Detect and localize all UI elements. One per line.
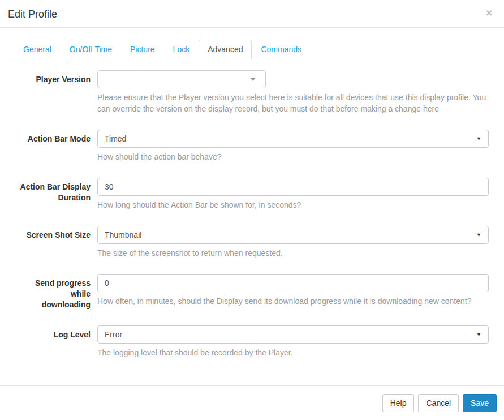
action-bar-duration-help: How long should the Action Bar be shown … xyxy=(97,199,489,211)
close-icon[interactable]: × xyxy=(486,9,492,17)
help-button[interactable]: Help xyxy=(382,394,415,412)
screen-shot-size-value: Thumbnail xyxy=(105,230,141,239)
action-bar-mode-select[interactable]: Timed ▼ xyxy=(97,130,489,148)
log-level-value: Error xyxy=(105,330,122,339)
log-level-row: Log Level Error ▼ The logging level that… xyxy=(14,325,489,358)
send-progress-label: Send progress while downloading xyxy=(32,278,91,310)
player-version-label: Player Version xyxy=(14,70,91,114)
tab-bar: General On/Off Time Picture Lock Advance… xyxy=(8,40,496,59)
screen-shot-size-help: The size of the screenshot to return whe… xyxy=(97,247,489,259)
tab-onoff-time[interactable]: On/Off Time xyxy=(61,40,121,59)
screen-shot-size-row: Screen Shot Size Thumbnail ▼ The size of… xyxy=(14,226,489,259)
tab-general[interactable]: General xyxy=(14,40,61,59)
modal-title: Edit Profile xyxy=(8,8,57,20)
advanced-tab-form: Player Version Please ensure that the Pl… xyxy=(8,70,496,358)
log-level-select[interactable]: Error ▼ xyxy=(97,325,489,344)
action-bar-mode-value: Timed xyxy=(105,134,126,143)
cancel-button[interactable]: Cancel xyxy=(418,394,459,412)
player-version-row: Player Version Please ensure that the Pl… xyxy=(14,70,489,114)
send-progress-input[interactable] xyxy=(97,274,489,292)
chevron-down-icon: ▼ xyxy=(476,232,481,238)
tab-commands[interactable]: Commands xyxy=(252,40,311,59)
action-bar-duration-input[interactable] xyxy=(97,178,489,196)
tab-lock[interactable]: Lock xyxy=(164,40,199,59)
chevron-down-icon xyxy=(251,78,255,81)
edit-profile-modal: Edit Profile × General On/Off Time Pictu… xyxy=(0,0,504,420)
tab-advanced[interactable]: Advanced xyxy=(199,40,252,59)
player-version-select[interactable] xyxy=(97,70,266,88)
screen-shot-size-select[interactable]: Thumbnail ▼ xyxy=(97,226,489,244)
action-bar-duration-label: Action Bar Display Duration xyxy=(14,178,91,211)
tab-picture[interactable]: Picture xyxy=(121,40,164,59)
log-level-label: Log Level xyxy=(14,325,91,358)
save-button[interactable]: Save xyxy=(463,394,497,412)
action-bar-mode-label: Action Bar Mode xyxy=(14,130,91,162)
chevron-down-icon: ▼ xyxy=(476,136,481,142)
action-bar-duration-row: Action Bar Display Duration How long sho… xyxy=(14,178,489,211)
log-level-help: The logging level that should be recorde… xyxy=(97,347,489,358)
screen-shot-size-label: Screen Shot Size xyxy=(14,226,91,259)
modal-body: General On/Off Time Picture Lock Advance… xyxy=(0,28,504,358)
chevron-down-icon: ▼ xyxy=(476,332,481,337)
send-progress-row: Send progress while downloading How ofte… xyxy=(14,274,489,310)
send-progress-help: How often, in minutes, should the Displa… xyxy=(97,295,489,307)
player-version-help: Please ensure that the Player version yo… xyxy=(97,92,489,114)
modal-footer: Help Cancel Save xyxy=(0,385,504,420)
action-bar-mode-row: Action Bar Mode Timed ▼ How should the a… xyxy=(14,130,489,162)
modal-header: Edit Profile × xyxy=(0,0,504,28)
action-bar-mode-help: How should the action bar behave? xyxy=(97,151,489,162)
